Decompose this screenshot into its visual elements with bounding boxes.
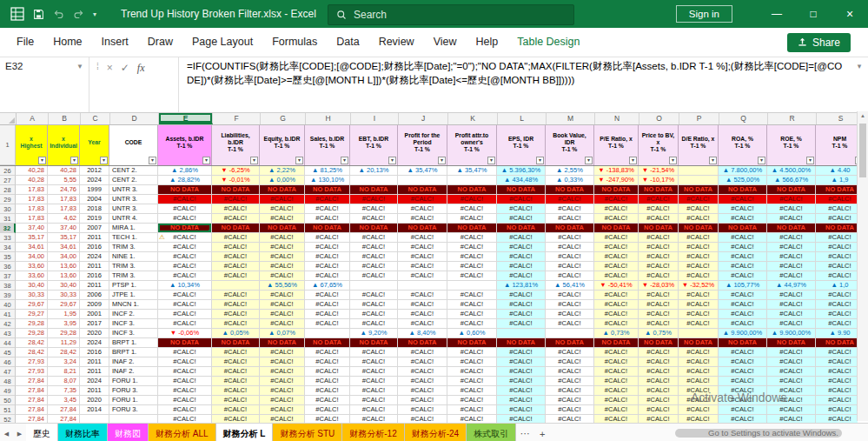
cell-I28[interactable]: NO DATA	[350, 185, 398, 195]
cell-O27[interactable]: ▼ -10,17%	[639, 176, 679, 185]
cell-N52[interactable]: #CALC!	[594, 415, 639, 423]
header-cell-J[interactable]: Profit for thePeriodT-1 %▾	[398, 125, 447, 165]
column-letter-B[interactable]: B	[49, 113, 81, 124]
cell-J29[interactable]: #CALC!	[398, 195, 447, 204]
cell-Q34[interactable]: #CALC!	[719, 243, 767, 252]
cell-L50[interactable]: #CALC!	[497, 396, 546, 405]
cell-N41[interactable]: #CALC!	[594, 310, 639, 319]
namebox-dropdown-icon[interactable]: ▼	[76, 61, 83, 70]
cell-Q40[interactable]: #CALC!	[719, 300, 767, 310]
cell-J45[interactable]: #CALC!	[398, 348, 447, 357]
cell-code[interactable]: CENT 2.	[109, 166, 158, 176]
cell-individual[interactable]: 7,35	[48, 386, 80, 396]
column-letter-C[interactable]: C	[81, 113, 110, 124]
cell-O41[interactable]: #CALC!	[639, 310, 679, 319]
sheet-tab-财務比率[interactable]: 财務比率	[58, 424, 108, 441]
cell-Q44[interactable]: NO DATA	[719, 338, 767, 348]
cell-individual[interactable]: 13,60	[48, 262, 80, 271]
cell-R30[interactable]: #CALC!	[767, 204, 816, 214]
scroll-up-icon[interactable]: ▲	[858, 113, 868, 118]
cell-year[interactable]: 2016	[80, 243, 109, 252]
cell-M29[interactable]: #CALC!	[546, 195, 594, 204]
cell-individual[interactable]: 30,40	[48, 281, 80, 291]
cell-L27[interactable]: ▲ 434,48%	[497, 176, 546, 185]
cell-G51[interactable]: #CALC!	[260, 405, 305, 415]
cell-K33[interactable]: #CALC!	[447, 233, 497, 243]
cell-individual[interactable]: 40,28	[48, 166, 80, 176]
cell-H43[interactable]	[305, 329, 350, 338]
cell-I36[interactable]: #CALC!	[350, 262, 398, 271]
cell-N39[interactable]: #CALC!	[594, 291, 639, 300]
cell-I45[interactable]: #CALC!	[350, 348, 398, 357]
cell-individual[interactable]: 4,62	[48, 214, 80, 224]
cell-year[interactable]: 2011	[80, 357, 109, 367]
cell-year[interactable]: 2011	[80, 233, 109, 243]
ribbon-tab-insert[interactable]: Insert	[92, 28, 138, 57]
filter-icon[interactable]: ▾	[70, 157, 78, 164]
cell-K52[interactable]: #CALC!	[447, 415, 497, 423]
cell-P37[interactable]: #CALC!	[679, 271, 719, 281]
cell-year[interactable]: 2011	[80, 262, 109, 271]
cell-N35[interactable]: #CALC!	[594, 252, 639, 262]
cell-O46[interactable]: #CALC!	[639, 357, 679, 367]
cell-N47[interactable]: #CALC!	[594, 367, 639, 377]
column-letter-L[interactable]: L	[498, 113, 547, 124]
cell-F40[interactable]: #CALC!	[212, 300, 260, 310]
cell-Q52[interactable]: #CALC!	[719, 415, 767, 423]
cell-K36[interactable]: #CALC!	[447, 262, 497, 271]
header-cell-I[interactable]: EBT, b.IDRT-1 %▾	[350, 125, 398, 165]
sheet-tab-财務分析 L[interactable]: 财務分析 L	[216, 424, 274, 441]
cancel-icon[interactable]: ×	[107, 62, 113, 74]
cell-N43[interactable]: ▲ 0,73%	[594, 329, 639, 338]
cell-M31[interactable]: #CALC!	[546, 214, 594, 224]
cell-R39[interactable]: #CALC!	[767, 291, 816, 300]
ribbon-tab-file[interactable]: File	[7, 28, 43, 57]
cell-year[interactable]: 2009	[80, 300, 109, 310]
cell-P35[interactable]: #CALC!	[679, 252, 719, 262]
cell-O38[interactable]: ▼ -28,03%	[639, 281, 679, 291]
header-cell-P[interactable]: D/E Ratio, xT-1 %▾	[679, 125, 719, 165]
cell-I39[interactable]: #CALC!	[350, 291, 398, 300]
cell-highest[interactable]: 30,40	[16, 281, 48, 291]
cell-O43[interactable]: ▲ 0,75%	[639, 329, 679, 338]
cell-year[interactable]: 2011	[80, 386, 109, 396]
row-number[interactable]: 38	[0, 281, 16, 291]
cell-year[interactable]: 2018	[80, 204, 109, 214]
cell-year[interactable]: 2024	[80, 338, 109, 348]
cell-L40[interactable]: #CALC!	[497, 300, 546, 310]
column-letter-G[interactable]: G	[261, 113, 306, 124]
row-number[interactable]: 27	[0, 176, 16, 185]
cell-O48[interactable]: #CALC!	[639, 377, 679, 386]
cell-K29[interactable]: #CALC!	[447, 195, 497, 204]
column-letter-P[interactable]: P	[679, 113, 719, 124]
cell-year[interactable]: 2011	[80, 367, 109, 377]
row-number[interactable]: 50	[0, 396, 16, 405]
row-number[interactable]: 49	[0, 386, 16, 396]
cell-S43[interactable]: ▲ 9.90	[816, 329, 858, 338]
cell-F47[interactable]: #CALC!	[212, 367, 260, 377]
column-letter-O[interactable]: O	[639, 113, 679, 124]
cell-P29[interactable]: #CALC!	[679, 195, 719, 204]
cell-L31[interactable]: #CALC!	[497, 214, 546, 224]
cell-highest[interactable]: 28,42	[16, 338, 48, 348]
cell-K43[interactable]: ▲ 0,60%	[447, 329, 497, 338]
cell-highest[interactable]: 27,93	[16, 367, 48, 377]
cell-code[interactable]: FORU 3.	[109, 405, 158, 415]
cell-I52[interactable]: #CALC!	[350, 415, 398, 423]
cell-N46[interactable]: #CALC!	[594, 357, 639, 367]
header-cell-K[interactable]: Profit attr.toowner'sT-1 %▾	[447, 125, 497, 165]
cell-I26[interactable]: ▲ 20,13%	[350, 166, 398, 176]
filter-icon[interactable]: ▾	[438, 157, 446, 164]
cell-H35[interactable]: #CALC!	[305, 252, 350, 262]
cell-N49[interactable]: #CALC!	[594, 386, 639, 396]
cell-highest[interactable]: 37,40	[16, 224, 48, 233]
cell-J40[interactable]: #CALC!	[398, 300, 447, 310]
column-letter-S[interactable]: S	[817, 113, 858, 124]
cell-H31[interactable]: #CALC!	[305, 214, 350, 224]
cell-code[interactable]: NINE 1.	[109, 252, 158, 262]
filter-icon[interactable]: ▾	[758, 157, 765, 164]
cell-I46[interactable]: #CALC!	[350, 357, 398, 367]
cell-highest[interactable]: 17,83	[16, 185, 48, 195]
filter-icon[interactable]: ▾	[341, 157, 348, 164]
column-letter-H[interactable]: H	[306, 113, 351, 124]
